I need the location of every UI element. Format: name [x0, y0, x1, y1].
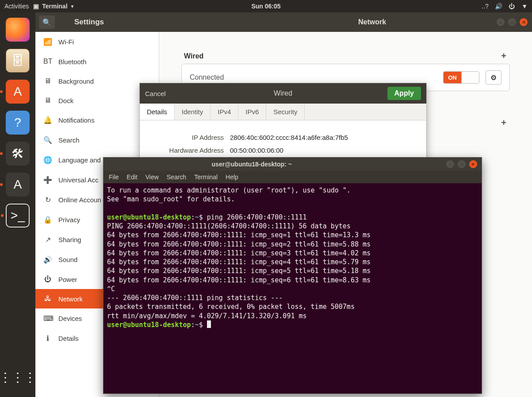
tab-details[interactable]: Details	[140, 104, 175, 120]
sidebar-item-label: Privacy	[58, 216, 80, 224]
terminal-menu-help[interactable]: Help	[226, 173, 238, 181]
settings-maximize-button[interactable]: □	[508, 18, 516, 26]
sidebar-item-label: Online Accoun	[58, 196, 101, 204]
sidebar-item-label: Sound	[58, 256, 77, 263]
terminal-screen[interactable]: To run a command as administrator (user …	[103, 183, 482, 333]
dock-files[interactable]: 🗄	[6, 49, 30, 73]
settings-minimize-button[interactable]: –	[497, 18, 505, 26]
terminal-titlebar: user@ubuntu18-desktop: ~ – □ ✕	[103, 158, 482, 171]
system-menu-chevron-icon[interactable]: ▼	[521, 3, 528, 10]
topbar-app-label: Terminal	[42, 3, 67, 10]
sidebar-item-icon: ⌨	[43, 314, 52, 323]
wired-settings-button[interactable]: ⚙	[486, 70, 501, 85]
terminal-title: user@ubuntu18-desktop: ~	[212, 161, 292, 168]
terminal-window: user@ubuntu18-desktop: ~ – □ ✕ FileEditV…	[103, 157, 482, 394]
sidebar-item-label: Universal Acc	[58, 176, 99, 184]
cancel-button[interactable]: Cancel	[145, 90, 166, 97]
launcher-dock: 🗄 A ? 🛠 A >_ ⋮⋮⋮	[0, 12, 35, 397]
terminal-cursor	[207, 320, 211, 328]
settings-search-button[interactable]: 🔍	[39, 15, 55, 29]
sidebar-item-label: Power	[58, 276, 77, 283]
sidebar-item-icon: 📶	[43, 38, 52, 46]
sidebar-item-icon: 🖥	[43, 96, 52, 104]
activities-button[interactable]: Activities	[4, 3, 29, 10]
dialog-title: Wired	[274, 89, 292, 97]
terminal-small-icon: ▣	[32, 3, 39, 10]
sidebar-item-label: Search	[58, 136, 80, 144]
dialog-titlebar: Cancel Wired Apply	[140, 83, 426, 104]
settings-window-title: Network	[358, 18, 386, 26]
terminal-menu-file[interactable]: File	[109, 173, 119, 181]
terminal-menubar: FileEditViewSearchTerminalHelp	[103, 171, 482, 183]
sidebar-item-icon: ↻	[43, 196, 52, 204]
sidebar-item-label: Bluetooth	[58, 58, 86, 66]
wired-section-title: Wired	[184, 52, 203, 60]
topbar-app-menu[interactable]: ▣ Terminal ▼	[32, 3, 74, 10]
dock-show-apps[interactable]: ⋮⋮⋮	[6, 365, 30, 389]
sidebar-item-label: Devices	[58, 315, 82, 322]
settings-close-button[interactable]: ✕	[520, 18, 528, 26]
detail-value: 2806:40c:6002:cccc:8414:a6fe:a8a:7fb5	[230, 134, 417, 141]
wired-status: Connected	[190, 73, 224, 81]
wired-toggle[interactable]: ON	[443, 71, 479, 84]
sidebar-item-wi-fi[interactable]: 📶Wi-Fi	[35, 32, 159, 52]
detail-value: 00:50:00:00:06:00	[230, 146, 417, 154]
sidebar-item-icon: 🔔	[43, 116, 52, 124]
tab-ipv4[interactable]: IPv4	[211, 104, 238, 120]
input-source-icon[interactable]: ..?	[482, 3, 489, 10]
settings-titlebar: 🔍 Settings Network – □ ✕	[35, 12, 532, 32]
dock-updater[interactable]: A	[6, 173, 30, 197]
sidebar-item-icon: BT	[43, 58, 52, 66]
sidebar-item-label: Network	[58, 295, 83, 303]
sidebar-item-label: Language and	[58, 156, 101, 164]
sidebar-item-bluetooth[interactable]: BTBluetooth	[35, 52, 159, 71]
sidebar-item-icon: 🔒	[43, 216, 52, 224]
terminal-menu-terminal[interactable]: Terminal	[194, 173, 218, 181]
dock-help[interactable]: ?	[6, 111, 30, 135]
vpn-add-button[interactable]: +	[498, 118, 510, 128]
sidebar-item-label: Sharing	[58, 236, 81, 243]
gear-icon: ⚙	[490, 73, 497, 82]
gnome-topbar: Activities ▣ Terminal ▼ Sun 06:05 ..? 🔊 …	[0, 0, 532, 12]
sidebar-item-icon: 🌐	[43, 156, 52, 164]
detail-key: Hardware Address	[149, 146, 224, 154]
sidebar-item-icon: 🔍	[43, 136, 52, 144]
sidebar-item-icon: ↗	[43, 235, 52, 244]
tab-identity[interactable]: Identity	[175, 104, 211, 120]
apply-button[interactable]: Apply	[387, 87, 421, 100]
wired-add-button[interactable]: +	[498, 51, 510, 61]
sidebar-item-icon: ➕	[43, 176, 52, 184]
tab-ipv6[interactable]: IPv6	[238, 104, 266, 120]
wired-toggle-knob	[461, 72, 479, 83]
topbar-clock[interactable]: Sun 06:05	[251, 3, 280, 10]
terminal-menu-edit[interactable]: Edit	[127, 173, 138, 181]
sidebar-item-label: Dock	[58, 97, 73, 104]
volume-icon[interactable]: 🔊	[495, 3, 502, 10]
search-icon: 🔍	[42, 18, 51, 27]
sidebar-item-icon: ℹ	[43, 334, 52, 343]
terminal-menu-view[interactable]: View	[145, 173, 159, 181]
detail-key: IP Address	[149, 134, 224, 141]
terminal-menu-search[interactable]: Search	[167, 173, 186, 181]
wired-toggle-label: ON	[444, 72, 461, 83]
sidebar-item-icon: 🖧	[43, 295, 52, 303]
terminal-minimize-button[interactable]: –	[446, 160, 454, 168]
detail-row: Hardware Address00:50:00:00:06:00	[149, 146, 417, 154]
dock-terminal[interactable]: >_	[6, 204, 30, 227]
sidebar-item-label: Notifications	[58, 116, 95, 124]
terminal-close-button[interactable]: ✕	[469, 160, 477, 168]
settings-title: Settings	[74, 18, 104, 27]
detail-row: IP Address2806:40c:6002:cccc:8414:a6fe:a…	[149, 134, 417, 141]
tab-security[interactable]: Security	[266, 104, 305, 120]
sidebar-item-label: Wi-Fi	[58, 38, 74, 46]
power-icon[interactable]: ⏻	[508, 3, 515, 10]
dock-software[interactable]: A	[6, 80, 30, 104]
sidebar-item-icon: 🖥	[43, 77, 52, 85]
terminal-maximize-button[interactable]: □	[458, 160, 466, 168]
dock-settings[interactable]: 🛠	[6, 142, 30, 166]
sidebar-item-label: Background	[58, 77, 94, 85]
sidebar-item-label: Details	[58, 335, 79, 342]
dock-firefox[interactable]	[6, 18, 30, 42]
chevron-down-icon: ▼	[70, 4, 75, 9]
sidebar-item-icon: 🔊	[43, 255, 52, 264]
